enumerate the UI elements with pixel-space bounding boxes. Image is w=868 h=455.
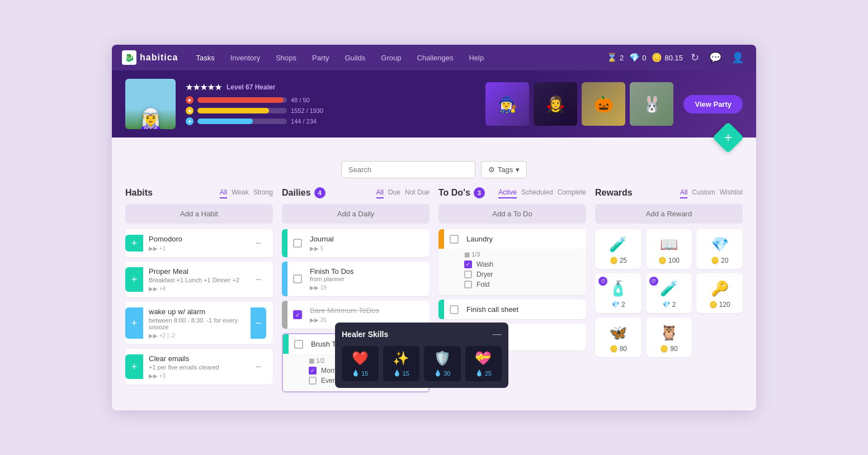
habit-plus-button[interactable]: + — [125, 267, 143, 292]
add-task-fab[interactable]: + — [713, 122, 744, 154]
list-item[interactable]: 🧪 🪙 25 — [595, 229, 641, 269]
list-item[interactable]: 🦉 🪙 90 — [646, 317, 692, 357]
nav-guilds[interactable]: Guilds — [337, 45, 373, 70]
habit-minus-button[interactable]: − — [251, 307, 266, 339]
subtask-label: Dryer — [477, 271, 493, 278]
subtask-check[interactable] — [309, 377, 317, 385]
reward-cost: 💎 2 — [611, 301, 625, 309]
tab-dailies-notdue[interactable]: Not Due — [405, 187, 430, 198]
add-todo-card[interactable]: Add a To Do — [438, 204, 586, 224]
tab-rewards-wishlist[interactable]: Wishlist — [720, 187, 743, 198]
habit-plus-button[interactable]: + — [125, 354, 143, 379]
list-item: + wake up w/ alarm between 8:00 - 8:30. … — [125, 302, 273, 344]
daily-color-bar — [283, 334, 289, 354]
todos-title: To Do's 3 — [438, 187, 485, 198]
habit-score: ▶▶ +3 — [149, 373, 251, 379]
skill-card-3[interactable]: 🛡️ 💧 30 — [424, 346, 461, 381]
tags-label: Tags — [498, 165, 513, 174]
tags-button[interactable]: ⚙ Tags ▾ — [481, 161, 527, 178]
todo-check[interactable] — [444, 300, 464, 319]
habit-sub: Breakfast +1 Lunch +1 Dinner +2 — [149, 277, 251, 283]
view-party-button[interactable]: View Party — [683, 95, 743, 113]
skill-card-2[interactable]: ✨ 💧 15 — [383, 346, 420, 381]
player-info: ★★★★★ Level 67 Healer ♥ 48 / 50 ★ 1552 /… — [186, 83, 475, 125]
skill-card-4[interactable]: 💝 💧 25 — [465, 346, 502, 381]
habit-plus-button[interactable]: + — [125, 235, 143, 252]
list-item: + Pomodoro ▶▶ +1 − — [125, 229, 273, 257]
skill-mana: 15 — [361, 370, 368, 377]
healer-popup-title: Healer Skills — [342, 330, 388, 339]
tab-rewards-custom[interactable]: Custom — [692, 187, 715, 198]
coin-icon: 🪙 — [610, 257, 618, 264]
app-logo[interactable]: 🐉 habitica — [122, 50, 178, 65]
tab-todos-scheduled[interactable]: Scheduled — [521, 187, 553, 198]
party-avatar-4[interactable]: 🐰 — [630, 82, 673, 126]
list-item[interactable]: ⏱ 🧪 💎 2 — [646, 273, 692, 313]
mp-value: 144 / 234 — [291, 118, 324, 125]
nav-challenges[interactable]: Challenges — [409, 45, 461, 70]
todo-check[interactable] — [444, 229, 464, 249]
party-avatar-2[interactable]: 🧛‍♀️ — [534, 82, 577, 126]
party-avatars: 🧙‍♀️ 🧛‍♀️ 🎃 🐰 — [485, 82, 673, 126]
messages-button[interactable]: 💬 — [707, 50, 724, 65]
nav-help[interactable]: Help — [461, 45, 492, 70]
nav-group[interactable]: Group — [373, 45, 409, 70]
habit-score: ▶▶ +4 — [149, 286, 251, 292]
list-item[interactable]: 💎 🪙 20 — [696, 229, 743, 269]
skill-card-1[interactable]: ❤️ 💧 15 — [342, 346, 379, 381]
party-avatar-3[interactable]: 🎃 — [582, 82, 625, 126]
add-habit-card[interactable]: Add a Habit — [125, 204, 273, 224]
daily-check[interactable] — [287, 262, 308, 296]
logo-icon: 🐉 — [122, 50, 136, 65]
reward-icon: 🔑 — [711, 280, 729, 297]
daily-check[interactable] — [289, 334, 309, 354]
subtask-check[interactable] — [464, 281, 472, 288]
habit-plus-button[interactable]: + — [125, 307, 143, 339]
nav-inventory[interactable]: Inventory — [223, 45, 268, 70]
tab-habits-all[interactable]: All — [220, 187, 227, 198]
nav-party[interactable]: Party — [304, 45, 337, 70]
nav-tasks[interactable]: Tasks — [188, 45, 222, 70]
list-item[interactable]: 🦋 🪙 80 — [595, 317, 641, 357]
list-item[interactable]: ⏱ 🧴 💎 2 — [595, 273, 641, 313]
habit-minus-button[interactable]: − — [251, 235, 266, 252]
daily-check[interactable] — [287, 229, 308, 257]
nav-shops[interactable]: Shops — [268, 45, 304, 70]
list-item[interactable]: 📖 🪙 100 — [646, 229, 692, 269]
close-icon[interactable]: — — [493, 329, 502, 339]
player-avatar[interactable]: 🧝‍♀️ — [125, 79, 176, 129]
tab-habits-weak[interactable]: Weak — [232, 187, 248, 198]
tab-todos-active[interactable]: Active — [498, 187, 517, 198]
subtask-check[interactable] — [464, 271, 472, 278]
profile-button[interactable]: 👤 — [729, 50, 746, 65]
habit-sub: between 8:00 - 8:30. -1 for every snooze — [149, 317, 251, 330]
todos-tabs: Active Scheduled Complete — [498, 187, 586, 198]
add-daily-card[interactable]: Add a Daily — [282, 204, 430, 224]
coin-icon: 🪙 — [610, 345, 618, 353]
daily-sub: from planner — [310, 276, 424, 282]
gem-value: 0 — [642, 54, 646, 62]
list-item: Finish To Dos from planner ▶▶ 19 — [282, 262, 430, 296]
tab-rewards-all[interactable]: All — [680, 187, 687, 198]
daily-check[interactable]: ✓ — [287, 301, 308, 329]
tab-habits-strong[interactable]: Strong — [253, 187, 273, 198]
tab-todos-complete[interactable]: Complete — [558, 187, 586, 198]
add-reward-card[interactable]: Add a Reward — [595, 204, 743, 224]
daily-color-bar — [282, 301, 287, 329]
reward-price: 2 — [672, 301, 676, 309]
tab-dailies-due[interactable]: Due — [388, 187, 400, 198]
daily-color-bar — [282, 262, 287, 296]
party-avatar-1[interactable]: 🧙‍♀️ — [485, 82, 529, 126]
search-input[interactable] — [341, 161, 475, 178]
skill-icon: 💝 — [475, 350, 492, 366]
habit-minus-button[interactable]: − — [251, 267, 266, 292]
subtask-check[interactable]: ✓ — [464, 260, 472, 268]
refresh-button[interactable]: ↻ — [688, 50, 701, 65]
tab-dailies-all[interactable]: All — [376, 187, 384, 198]
habits-title: Habits — [125, 188, 153, 198]
habit-minus-button[interactable]: − — [251, 354, 266, 379]
reward-cost: 🪙 25 — [610, 257, 627, 264]
subtask-check[interactable]: ✓ — [309, 367, 317, 375]
list-item[interactable]: 🔑 🪙 120 — [696, 273, 743, 313]
habit-name: Clear emails — [149, 354, 251, 363]
